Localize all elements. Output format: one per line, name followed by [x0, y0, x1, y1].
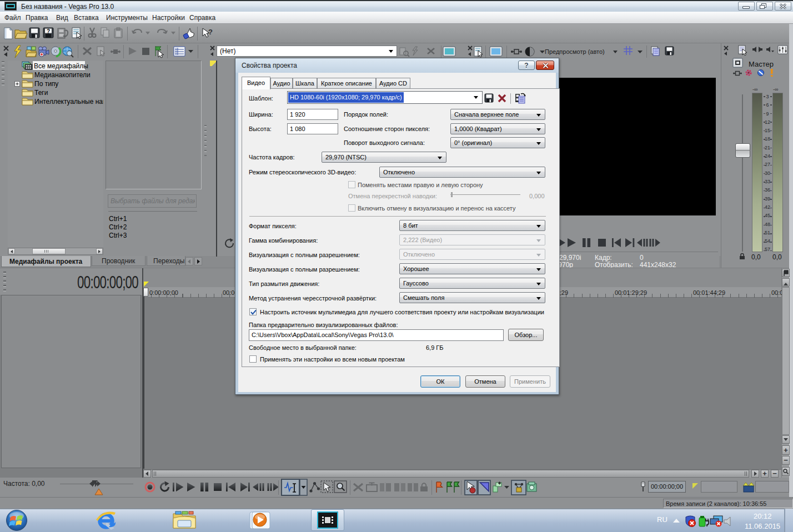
svg-text:?: ? [47, 28, 50, 34]
svg-text:?: ? [208, 28, 213, 36]
